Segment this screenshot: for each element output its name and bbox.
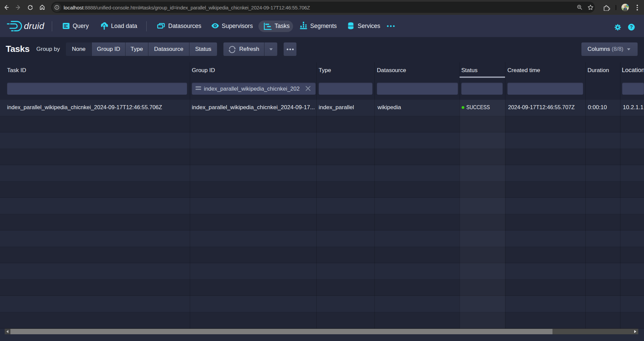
svg-text:?: ? [630, 24, 633, 30]
